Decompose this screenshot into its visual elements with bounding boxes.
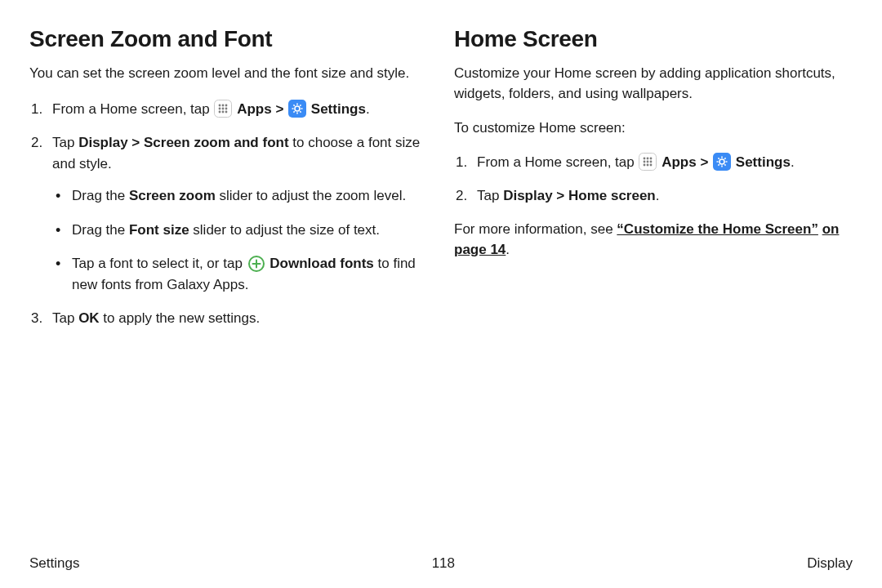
svg-point-4 — [219, 108, 221, 110]
r-period: . — [791, 154, 795, 170]
b2b: Font size — [129, 222, 189, 238]
more-a: For more information, see — [454, 221, 617, 237]
steps-right: From a Home screen, tap Apps > Settings.… — [454, 152, 853, 207]
r2a: Tap — [477, 188, 503, 203]
svg-point-21 — [647, 164, 649, 167]
apps-label: Apps — [237, 101, 272, 117]
svg-point-20 — [644, 164, 646, 167]
settings-icon — [713, 153, 731, 171]
svg-point-15 — [647, 158, 649, 160]
svg-point-1 — [219, 105, 221, 107]
s3a: Tap — [52, 310, 78, 326]
footer-left: Settings — [29, 555, 79, 572]
svg-point-16 — [650, 158, 653, 160]
b1c: slider to adjust the zoom level. — [216, 188, 406, 203]
svg-point-3 — [225, 105, 228, 107]
r2c: . — [656, 188, 660, 203]
svg-point-8 — [222, 111, 225, 114]
customize-home-link[interactable]: “Customize the Home Screen” — [617, 221, 818, 237]
b3b: Download fonts — [270, 256, 373, 271]
left-column: Screen Zoom and Font You can set the scr… — [29, 26, 428, 342]
step-3-left: Tap OK to apply the new settings. — [52, 308, 428, 329]
lead-right: Customize your Home screen by adding app… — [454, 64, 853, 104]
step-2-left: Tap Display > Screen zoom and font to ch… — [52, 132, 428, 295]
s3b: OK — [78, 310, 100, 326]
more-info: For more information, see “Customize the… — [454, 220, 853, 260]
step-1-left: From a Home screen, tap Apps > Settings. — [52, 99, 428, 120]
b2c: slider to adjust the size of text. — [189, 222, 380, 238]
svg-point-18 — [647, 161, 649, 163]
svg-point-5 — [222, 108, 225, 110]
chevron-right-1: > — [697, 154, 712, 170]
step1-pre: From a Home screen, tap — [52, 101, 213, 117]
settings-icon — [288, 100, 306, 118]
footer-right: Display — [807, 555, 853, 572]
heading-home-screen: Home Screen — [454, 26, 853, 52]
step-2-right: Tap Display > Home screen. — [477, 185, 853, 207]
heading-screen-zoom: Screen Zoom and Font — [29, 26, 428, 52]
settings-label: Settings — [311, 101, 366, 117]
step2-b: Display > Screen zoom and font — [78, 135, 288, 150]
step2-a: Tap — [52, 135, 78, 150]
svg-point-22 — [650, 164, 653, 167]
s3c: to apply the new settings. — [100, 310, 261, 326]
b1a: Drag the — [72, 188, 129, 203]
svg-point-9 — [225, 111, 228, 114]
lead-left: You can set the screen zoom level and th… — [29, 64, 428, 84]
period: . — [366, 101, 370, 117]
apps-icon — [214, 100, 232, 118]
apps-icon — [639, 153, 657, 171]
svg-point-17 — [644, 161, 646, 163]
more-c: . — [506, 242, 510, 257]
r-step1-pre: From a Home screen, tap — [477, 154, 638, 170]
bullet-zoom: Drag the Screen zoom slider to adjust th… — [72, 185, 428, 207]
chevron-left-1: > — [272, 101, 287, 117]
svg-point-2 — [222, 105, 225, 107]
svg-point-19 — [650, 161, 653, 163]
intro-right: To customize Home screen: — [454, 118, 853, 139]
svg-point-6 — [225, 108, 228, 110]
svg-point-14 — [644, 158, 646, 160]
svg-rect-10 — [288, 100, 306, 118]
bullet-download-fonts: Tap a font to select it, or tap Download… — [72, 253, 428, 295]
b1b: Screen zoom — [129, 188, 216, 203]
bullet-font-size: Drag the Font size slider to adjust the … — [72, 220, 428, 241]
r-apps-label: Apps — [662, 154, 697, 170]
page-footer: Settings 118 Display — [29, 555, 853, 572]
steps-left: From a Home screen, tap Apps > Settings.… — [29, 99, 428, 329]
footer-page-number: 118 — [432, 555, 455, 572]
bullets-left: Drag the Screen zoom slider to adjust th… — [52, 185, 428, 295]
step-1-right: From a Home screen, tap Apps > Settings. — [477, 152, 853, 173]
r-settings-label: Settings — [736, 154, 791, 170]
plus-icon — [247, 255, 265, 273]
b2a: Drag the — [72, 222, 129, 238]
right-column: Home Screen Customize your Home screen b… — [454, 26, 853, 342]
svg-rect-23 — [713, 153, 731, 171]
b3a: Tap a font to select it, or tap — [72, 256, 247, 271]
r2b: Display > Home screen — [503, 188, 656, 203]
svg-point-7 — [219, 111, 221, 114]
